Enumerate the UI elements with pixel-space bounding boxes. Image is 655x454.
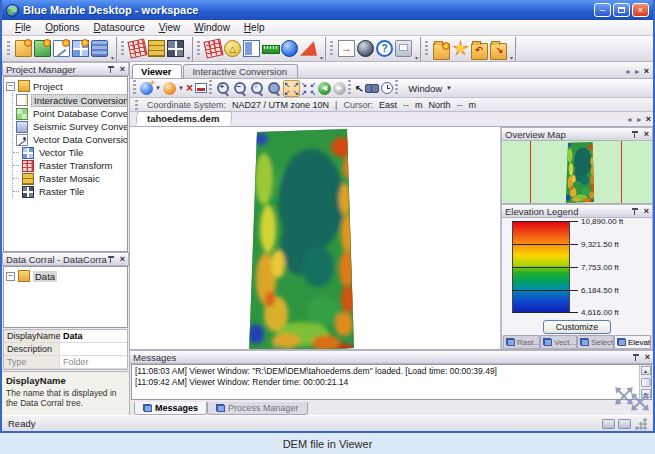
tab-scroll-left-icon[interactable]: ◄ <box>626 116 633 123</box>
screen-capture-icon[interactable] <box>395 40 412 57</box>
tree-item-raster-mosaic[interactable]: Raster Mosaic <box>13 172 127 185</box>
identify-button[interactable] <box>364 82 380 94</box>
tab-close-icon[interactable]: × <box>646 114 651 124</box>
pin-icon[interactable] <box>632 353 641 362</box>
globe-tool-icon[interactable] <box>357 40 374 57</box>
zoom-in-button[interactable]: + <box>215 80 232 97</box>
collapse-icon[interactable]: − <box>6 82 15 91</box>
import-workspace-icon[interactable]: ↶ <box>471 43 488 60</box>
property-row-description[interactable]: Description <box>4 343 127 356</box>
datum-tool-icon[interactable]: △ <box>224 40 241 57</box>
pin-icon[interactable] <box>631 207 640 216</box>
help-icon[interactable]: ? <box>376 40 393 57</box>
add-layer-caret-icon[interactable]: ▼ <box>178 85 184 91</box>
zoom-out-button[interactable]: − <box>232 80 249 97</box>
tab-scroll-right-icon[interactable]: ► <box>634 68 641 75</box>
message-log[interactable]: [11:08:03 AM] Viewer Window: "R:\DEM\DEM… <box>132 365 639 399</box>
menu-options[interactable]: Options <box>38 21 86 34</box>
tree-item-interactive-conversion[interactable]: Interactive Conversion <box>13 93 127 107</box>
tab-close-icon[interactable]: × <box>644 66 649 76</box>
add-data-button[interactable] <box>139 81 154 96</box>
batch-convert-icon[interactable] <box>338 40 355 57</box>
close-panel-icon[interactable]: × <box>120 65 125 74</box>
export-workspace-icon[interactable]: ↘ <box>490 43 507 60</box>
window-menu-button[interactable]: Window ▼ <box>401 81 460 96</box>
new-tile-job-icon[interactable] <box>72 40 89 57</box>
history-button[interactable] <box>380 81 394 95</box>
new-workspace-icon[interactable] <box>452 40 469 57</box>
pin-icon[interactable] <box>107 255 116 264</box>
customize-button[interactable]: Customize <box>543 320 612 334</box>
zoom-window-button[interactable]: ▫ <box>249 80 266 97</box>
open-workspace-icon[interactable] <box>433 43 450 60</box>
add-data-caret-icon[interactable]: ▼ <box>155 85 161 91</box>
raster-mosaic-icon[interactable] <box>148 40 165 57</box>
tab-viewer[interactable]: Viewer <box>132 64 182 78</box>
collapse-icon[interactable]: − <box>6 272 15 281</box>
close-panel-icon[interactable]: × <box>644 207 649 216</box>
tab-interactive-conversion[interactable]: Interactive Conversion <box>183 64 298 78</box>
geodetic-calculator-icon[interactable] <box>300 40 317 57</box>
fit-to-extents-button[interactable]: ↖↗↙↘ <box>283 80 300 97</box>
tree-item-vector-data-conversion[interactable]: Vector Data Conversion <box>13 133 127 146</box>
new-project-icon[interactable] <box>15 40 32 57</box>
close-panel-icon[interactable]: × <box>645 353 650 362</box>
tab-scroll-left-icon[interactable]: ◄ <box>624 68 631 75</box>
messages-tab-label: Messages <box>155 403 198 413</box>
close-panel-icon[interactable]: × <box>644 130 649 139</box>
zoom-to-selection-button[interactable]: ↘↙↗↖ <box>300 80 317 97</box>
add-data-icon <box>140 82 153 95</box>
tree-node-project[interactable]: − Project <box>6 79 127 93</box>
scroll-up-icon[interactable]: ▲ <box>641 366 651 375</box>
tree-item-raster-transform[interactable]: Raster Transform <box>13 159 127 172</box>
geoid-globe-icon[interactable] <box>281 40 298 57</box>
view-back-button[interactable]: ◀ <box>317 81 332 96</box>
layer-manager-button[interactable] <box>194 82 208 94</box>
menu-help[interactable]: Help <box>237 21 272 34</box>
raster-tile-icon[interactable] <box>167 40 184 57</box>
menu-view[interactable]: View <box>152 21 188 34</box>
new-vector-design-icon[interactable] <box>53 40 70 57</box>
pin-icon[interactable] <box>107 65 116 74</box>
toolbar-group-tools: ? <box>327 37 422 61</box>
map-canvas[interactable] <box>130 127 501 349</box>
database-icon[interactable] <box>91 40 108 57</box>
grid-mesh-icon[interactable] <box>203 38 223 58</box>
tree-item-vector-tile[interactable]: Vector Tile <box>13 146 127 159</box>
remove-layer-button[interactable]: × <box>185 80 194 96</box>
menu-datasource[interactable]: Datasource <box>87 21 152 34</box>
menu-window[interactable]: Window <box>187 21 237 34</box>
raster-transform-icon[interactable] <box>127 38 147 58</box>
add-layer-button[interactable] <box>162 81 177 96</box>
tree-item-raster-tile[interactable]: Raster Tile <box>13 185 127 198</box>
coordinate-system-value[interactable]: NAD27 / UTM zone 10N <box>232 100 329 110</box>
select-pointer-button[interactable]: ↖ <box>354 82 364 95</box>
close-button[interactable]: × <box>632 3 649 17</box>
tab-messages[interactable]: Messages <box>134 402 207 415</box>
dock-tab-elevation[interactable]: Elevati... <box>614 335 651 348</box>
tree-item-seismic-survey-conversion[interactable]: Seismic Survey Conversion <box>13 120 127 133</box>
menu-file[interactable]: File <box>8 21 38 34</box>
dock-tab-raster[interactable]: Rast... <box>503 335 540 348</box>
view-forward-button[interactable]: ▶ <box>332 81 347 96</box>
unit-converter-icon[interactable] <box>262 40 279 57</box>
tree-node-data[interactable]: − Data <box>6 269 127 283</box>
pan-button[interactable] <box>266 80 283 97</box>
resize-grip[interactable] <box>635 418 647 430</box>
coordinate-catalog-icon[interactable] <box>243 40 260 57</box>
pin-icon[interactable] <box>631 130 640 139</box>
overview-map-body[interactable] <box>501 141 653 204</box>
close-panel-icon[interactable]: × <box>120 255 125 264</box>
dock-tab-selection[interactable]: Select... <box>577 335 614 348</box>
tab-scroll-right-icon[interactable]: ► <box>636 116 643 123</box>
dem-raster-image[interactable] <box>248 129 354 349</box>
tree-item-point-database-conversion[interactable]: Point Database Conversion <box>13 107 127 120</box>
tab-process-manager[interactable]: Process Manager <box>207 402 308 415</box>
document-tab-tahoedems[interactable]: tahoedems.dem <box>135 111 233 126</box>
dock-tab-vector[interactable]: Vect... <box>540 335 577 348</box>
maximize-button[interactable] <box>613 3 630 17</box>
new-conversion-icon[interactable] <box>34 40 51 57</box>
minimize-button[interactable]: – <box>594 3 611 17</box>
property-row-type[interactable]: Type Folder <box>4 356 127 369</box>
property-row-displayname[interactable]: DisplayName Data <box>4 330 127 343</box>
